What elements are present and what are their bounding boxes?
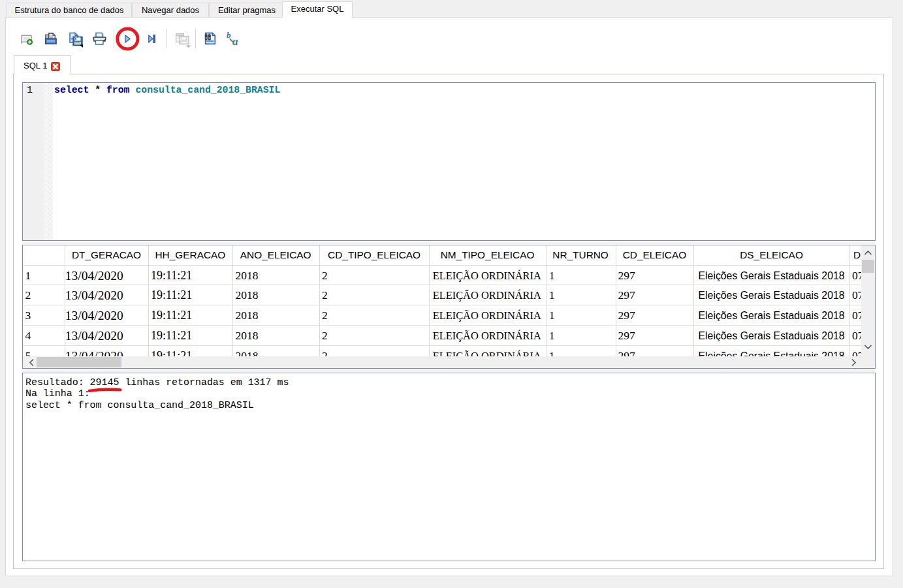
svg-text:a: a xyxy=(232,35,238,46)
